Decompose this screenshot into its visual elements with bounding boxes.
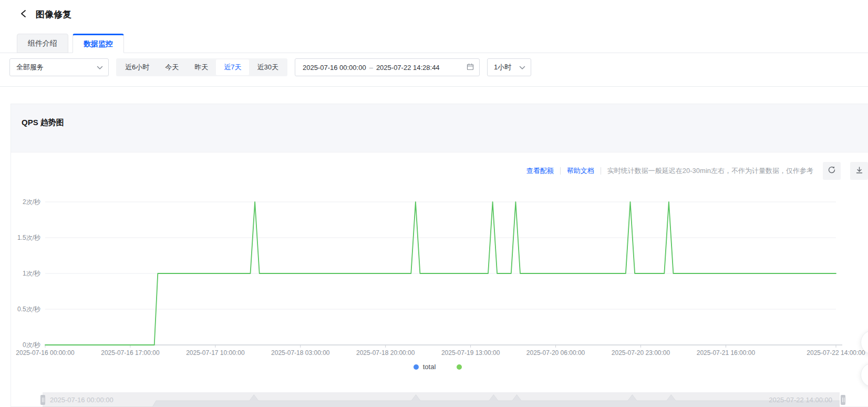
tab-component-intro[interactable]: 组件介绍 — [17, 34, 68, 53]
chart-toolbar: 查看配额 帮助文档 实时统计数据一般延迟在20-30min左右，不作为计量数据，… — [526, 162, 868, 180]
range-last-30d[interactable]: 近30天 — [249, 59, 286, 75]
interval-select[interactable]: 1小时 — [487, 58, 531, 76]
qps-card: QPS 趋势图 查看配额 帮助文档 实时统计数据一般延迟在20-30min左右，… — [11, 104, 868, 407]
svg-text:1次/秒: 1次/秒 — [23, 270, 40, 277]
download-icon — [855, 166, 863, 176]
service-select-value: 全部服务 — [16, 63, 44, 72]
range-yesterday[interactable]: 昨天 — [187, 59, 216, 75]
refresh-icon — [828, 166, 836, 176]
svg-text:2025-07-20 23:00:00: 2025-07-20 23:00:00 — [612, 349, 670, 357]
range-label: 昨天 — [194, 63, 208, 72]
brush-mini-chart — [43, 392, 840, 407]
brush-left-handle[interactable] — [40, 395, 45, 405]
svg-text:2025-07-22 14:00:00: 2025-07-22 14:00:00 — [807, 349, 865, 357]
chevron-left-icon — [20, 9, 26, 20]
brush-start-label: 2025-07-16 00:00:00 — [50, 392, 113, 407]
help-doc-link[interactable]: 帮助文档 — [567, 166, 594, 176]
delay-notice: 实时统计数据一般延迟在20-30min左右，不作为计量数据，仅作参考 — [607, 166, 813, 176]
tab-label: 组件介绍 — [28, 39, 57, 48]
range-label: 近7天 — [224, 63, 241, 72]
chevron-down-icon — [97, 64, 103, 72]
view-quota-link[interactable]: 查看配额 — [526, 166, 554, 176]
svg-text:2025-07-18 20:00:00: 2025-07-18 20:00:00 — [356, 349, 415, 357]
divider — [560, 167, 561, 175]
chart-legend: total — [11, 363, 868, 371]
tab-label: 数据监控 — [84, 39, 113, 49]
tab-bar: 组件介绍 数据监控 — [17, 34, 124, 53]
date-end-value: 2025-07-22 14:28:44 — [376, 64, 440, 72]
monitor-page: 图像修复 组件介绍 数据监控 全部服务 近6小时 今天 昨天 近7天 近30天 … — [0, 0, 868, 407]
brush-end-label: 2025-07-22 14:00:00 — [769, 392, 832, 407]
range-last-7d[interactable]: 近7天 — [216, 59, 249, 75]
brush-right-handle[interactable] — [841, 395, 845, 405]
time-range-segment: 近6小时 今天 昨天 近7天 近30天 — [116, 58, 287, 76]
calendar-icon — [467, 63, 474, 72]
tabbar-divider — [0, 53, 868, 53]
svg-text:2025-07-18 03:00:00: 2025-07-18 03:00:00 — [271, 349, 330, 357]
refresh-button[interactable] — [823, 162, 841, 180]
divider — [601, 167, 601, 175]
datazoom-brush: 2025-07-16 00:00:00 2025-07-22 14:00:00 — [40, 392, 845, 407]
legend-item-total[interactable]: total — [414, 363, 436, 371]
filter-bar: 全部服务 近6小时 今天 昨天 近7天 近30天 2025-07-16 00:0… — [9, 58, 531, 76]
date-range-picker[interactable]: 2025-07-16 00:00:00 – 2025-07-22 14:28:4… — [295, 58, 480, 76]
svg-text:1.5次/秒: 1.5次/秒 — [17, 234, 40, 241]
download-button[interactable] — [850, 162, 868, 180]
legend-label: total — [423, 363, 436, 371]
page-header: 图像修复 — [18, 8, 71, 21]
page-title: 图像修复 — [36, 8, 71, 21]
svg-text:2025-07-19 13:00:00: 2025-07-19 13:00:00 — [441, 349, 500, 357]
range-label: 今天 — [165, 63, 179, 72]
svg-text:2次/秒: 2次/秒 — [23, 198, 40, 206]
svg-text:2025-07-21 16:00:00: 2025-07-21 16:00:00 — [697, 349, 756, 357]
interval-select-value: 1小时 — [494, 63, 511, 72]
range-last-6h[interactable]: 近6小时 — [117, 59, 157, 75]
legend-item-unnamed[interactable] — [457, 364, 466, 370]
qps-card-header: QPS 趋势图 — [11, 104, 868, 152]
range-label: 近6小时 — [125, 63, 149, 72]
svg-text:0.5次/秒: 0.5次/秒 — [17, 306, 40, 313]
brush-track[interactable]: 2025-07-16 00:00:00 2025-07-22 14:00:00 — [43, 392, 840, 407]
svg-text:2025-07-16 17:00:00: 2025-07-16 17:00:00 — [101, 349, 160, 357]
filter-divider — [0, 86, 868, 87]
qps-card-title: QPS 趋势图 — [22, 118, 64, 128]
svg-text:2025-07-16 00:00:00: 2025-07-16 00:00:00 — [16, 349, 75, 357]
qps-line-chart: 0次/秒0.5次/秒1次/秒1.5次/秒2次/秒2025-07-16 00:00… — [1, 182, 868, 361]
tab-data-monitor[interactable]: 数据监控 — [73, 34, 124, 53]
chevron-down-icon — [519, 64, 525, 72]
svg-text:0次/秒: 0次/秒 — [23, 341, 40, 349]
range-today[interactable]: 今天 — [157, 59, 187, 75]
legend-dot — [457, 364, 462, 370]
service-select[interactable]: 全部服务 — [9, 58, 109, 76]
svg-text:2025-07-20 06:00:00: 2025-07-20 06:00:00 — [526, 349, 585, 357]
date-separator: – — [366, 64, 376, 72]
legend-dot — [414, 364, 419, 370]
svg-text:2025-07-17 10:00:00: 2025-07-17 10:00:00 — [186, 349, 245, 357]
back-button[interactable] — [18, 9, 28, 20]
range-label: 近30天 — [257, 63, 278, 72]
date-start-value: 2025-07-16 00:00:00 — [303, 64, 366, 72]
